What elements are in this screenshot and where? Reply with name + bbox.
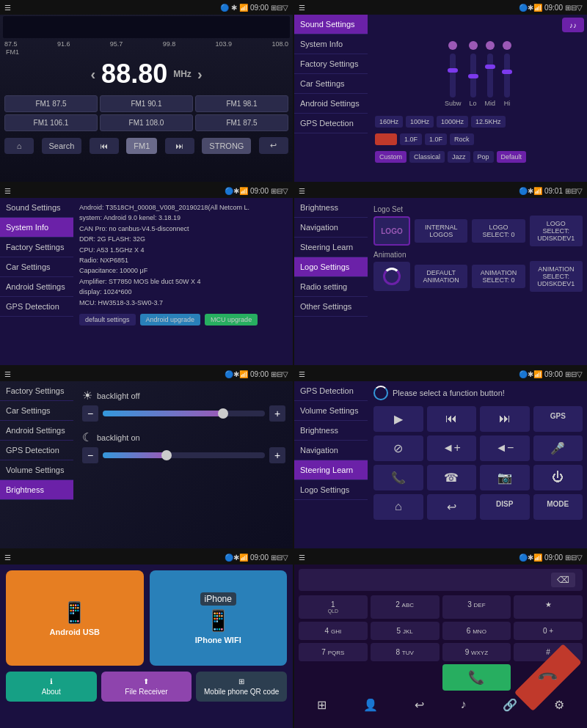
sysinfo-item-gps[interactable]: GPS Detection	[0, 297, 73, 317]
dial-nav-apps[interactable]: ⊞	[317, 698, 327, 712]
freq-160[interactable]: 160Hz	[375, 116, 403, 128]
dial-9[interactable]: 9 WXYZ	[442, 643, 511, 661]
freq-125[interactable]: 12.5KHz	[471, 116, 506, 128]
logo-item-steer[interactable]: Steering Learn	[294, 238, 368, 257]
iphone-wifi-card[interactable]: iPhone 📱 IPhone WIFI	[150, 570, 288, 666]
preset-1[interactable]: FM1 87.5	[4, 95, 98, 112]
gps-item-logo[interactable]: Logo Settings	[294, 480, 368, 500]
off-thumb[interactable]	[218, 408, 228, 419]
gps-prev-btn[interactable]: ⏮	[427, 406, 477, 432]
preset-jazz[interactable]: Jazz	[448, 151, 470, 163]
gps-play-btn[interactable]: ▶	[373, 406, 423, 432]
sysinfo-item-android[interactable]: Android Settings	[0, 277, 73, 297]
dial-nav-link[interactable]: 🔗	[503, 698, 517, 712]
dial-nav-gear[interactable]: ⚙	[554, 698, 564, 712]
mid-slider[interactable]: Mid	[485, 41, 496, 107]
eq-mode-3[interactable]: Rock	[450, 133, 474, 145]
bright-item-android[interactable]: Android Settings	[0, 421, 73, 441]
sound-item-sysinfo[interactable]: System Info	[294, 34, 368, 54]
gps-item-bright[interactable]: Brightness	[294, 421, 368, 441]
freq-down-btn[interactable]: ‹	[90, 66, 95, 83]
bright-item-gps[interactable]: GPS Detection	[0, 441, 73, 460]
hi-slider[interactable]: Hi	[503, 41, 511, 107]
prev-btn[interactable]: ⏮	[90, 138, 119, 154]
fm1-btn[interactable]: FM1	[126, 138, 157, 154]
gps-back-btn[interactable]: ↩	[427, 494, 477, 520]
dial-5[interactable]: 5 JKL	[371, 622, 440, 640]
logo-select-btn[interactable]: LOGO SELECT: 0	[472, 219, 525, 243]
subw-slider[interactable]: Subw	[445, 41, 462, 107]
preset-4[interactable]: FM1 106.1	[4, 114, 98, 131]
dial-nav-back[interactable]: ↩	[415, 698, 424, 712]
anim-select-u-btn[interactable]: ANIMATION SELECT: UDISKDEV1	[530, 261, 583, 292]
on-minus-btn[interactable]: −	[82, 447, 98, 463]
bright-item-car[interactable]: Car Settings	[0, 401, 73, 421]
android-upgrade-btn[interactable]: Android upgrade	[140, 314, 201, 326]
dial-star[interactable]: ★	[514, 595, 583, 619]
on-plus-btn[interactable]: +	[269, 447, 285, 463]
internal-logos-btn[interactable]: INTERNAL LOGOS	[415, 219, 467, 243]
dial-nav-contact[interactable]: 👤	[363, 698, 378, 712]
logo-item-bright[interactable]: Brightness	[294, 198, 368, 218]
preset-3[interactable]: FM1 98.1	[195, 95, 288, 112]
bright-item-bright[interactable]: Brightness	[0, 480, 73, 500]
preset-custom[interactable]: Custom	[375, 151, 406, 163]
dial-call-btn[interactable]: 📞	[442, 664, 511, 691]
preset-classical[interactable]: Classical	[409, 151, 445, 163]
gps-phone-btn[interactable]: ☎	[427, 465, 477, 490]
bright-item-volume[interactable]: Volume Settings	[0, 460, 73, 480]
logo-item-logo[interactable]: Logo Settings	[294, 257, 368, 277]
freq-100[interactable]: 100Hz	[406, 116, 434, 128]
dial-nav-music[interactable]: ♪	[460, 698, 466, 712]
gps-home-btn[interactable]: ⌂	[373, 494, 423, 520]
logo-item-nav[interactable]: Navigation	[294, 218, 368, 238]
back-btn[interactable]: ↩	[259, 137, 288, 154]
dial-4[interactable]: 4 GHI	[299, 622, 368, 640]
sound-item-factory[interactable]: Factory Settings	[294, 54, 368, 74]
eq-mode-1[interactable]: 1.0F	[400, 133, 422, 145]
bright-item-factory[interactable]: Factory Settings	[0, 381, 73, 401]
gps-gps-btn[interactable]: GPS	[533, 406, 583, 432]
anim-select-btn[interactable]: ANIMATION SELECT: 0	[472, 265, 525, 288]
eq-mode-0[interactable]	[375, 133, 397, 145]
mcu-upgrade-btn[interactable]: MCU upgrade	[205, 314, 258, 326]
dial-delete-btn[interactable]: ⌫	[551, 573, 575, 587]
lo-slider[interactable]: Lo	[469, 41, 478, 107]
gps-item-steer[interactable]: Steering Learn	[294, 460, 368, 480]
sound-item-car[interactable]: Car Settings	[294, 74, 368, 94]
dial-3[interactable]: 3 DEF	[442, 595, 511, 619]
dial-6[interactable]: 6 MNO	[442, 622, 511, 640]
sound-item-gps[interactable]: GPS Detection	[294, 114, 368, 133]
preset-default[interactable]: Default	[497, 151, 527, 163]
preset-5[interactable]: FM1 108.0	[100, 114, 193, 131]
freq-1000[interactable]: 1000Hz	[437, 116, 468, 128]
preset-6[interactable]: FM1 87.5	[195, 114, 288, 131]
android-usb-card[interactable]: 📱 Android USB	[6, 570, 144, 666]
qr-code-btn[interactable]: ⊞ Mobile phone QR code	[196, 672, 287, 702]
gps-item-gps[interactable]: GPS Detection	[294, 381, 368, 401]
gps-mute-btn[interactable]: ⊘	[373, 435, 423, 461]
logo-item-other[interactable]: Other Settings	[294, 297, 368, 317]
gps-mic-btn[interactable]: 🎤	[533, 435, 583, 461]
gps-cam-btn[interactable]: 📷	[480, 465, 530, 490]
dial-7[interactable]: 7 PQRS	[299, 643, 368, 661]
off-minus-btn[interactable]: −	[82, 405, 98, 422]
sysinfo-item-factory[interactable]: Factory Settings	[0, 238, 73, 257]
logo-select-u-btn[interactable]: LOGO SELECT: UDISKDEV1	[530, 216, 583, 246]
gps-power-btn[interactable]: ⏻	[533, 465, 583, 490]
preset-pop[interactable]: Pop	[473, 151, 494, 163]
gps-disp-btn[interactable]: DISP	[480, 494, 530, 520]
logo-item-radio[interactable]: Radio setting	[294, 277, 368, 297]
next-btn[interactable]: ⏭	[165, 138, 194, 154]
dial-8[interactable]: 8 TUV	[371, 643, 440, 661]
freq-up-btn[interactable]: ›	[197, 66, 203, 83]
about-btn[interactable]: ℹ About	[6, 672, 97, 702]
gps-mode-btn[interactable]: MODE	[533, 494, 583, 520]
dial-1[interactable]: 1QLD	[299, 595, 368, 619]
sound-item-sound[interactable]: Sound Settings	[294, 15, 368, 34]
preset-2[interactable]: FM1 90.1	[100, 95, 193, 112]
strong-btn[interactable]: STRONG	[202, 138, 251, 154]
home-btn[interactable]: ⌂	[4, 138, 34, 154]
gps-voldn-btn[interactable]: ◄−	[480, 435, 530, 461]
gps-item-nav[interactable]: Navigation	[294, 441, 368, 460]
